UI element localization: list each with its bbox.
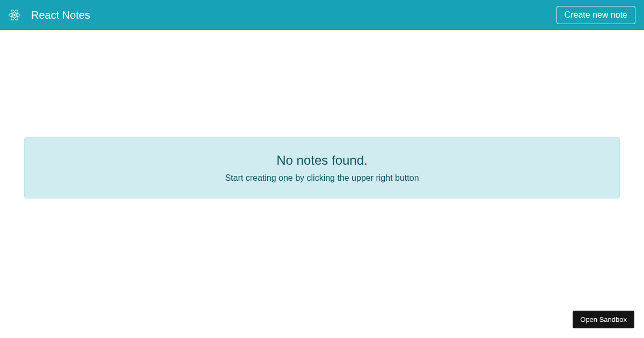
empty-state-heading: No notes found. [35,153,609,168]
open-sandbox-button[interactable]: Open Sandbox [573,311,634,328]
empty-state-description: Start creating one by clicking the upper… [35,173,609,183]
empty-state-alert: No notes found. Start creating one by cl… [24,137,620,199]
main-content: No notes found. Start creating one by cl… [0,14,644,322]
